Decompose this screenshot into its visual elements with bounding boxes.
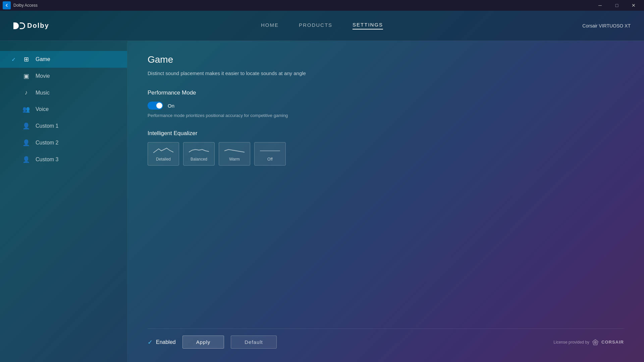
corsair-license: License provided by CORSAIR [553, 339, 624, 346]
corsair-label: CORSAIR [601, 340, 624, 345]
eq-card-detailed[interactable]: Detailed [148, 142, 179, 166]
maximize-button[interactable]: □ [609, 0, 625, 11]
titlebar: Dolby Access ─ □ ✕ [0, 0, 644, 11]
nav-home[interactable]: HOME [261, 22, 279, 29]
back-button[interactable] [3, 1, 11, 9]
dolby-d1 [13, 22, 19, 29]
sidebar-label-custom3: Custom 3 [36, 157, 58, 163]
footer: ✓ Enabled Apply Default License provided… [148, 328, 624, 349]
enabled-status: ✓ Enabled [148, 339, 176, 346]
close-button[interactable]: ✕ [626, 0, 641, 11]
toggle-row: On [148, 102, 624, 110]
sidebar-item-custom2[interactable]: 👤 Custom 2 [0, 134, 127, 151]
sidebar-label-custom2: Custom 2 [36, 140, 58, 146]
eq-card-balanced[interactable]: Balanced [183, 142, 215, 166]
sidebar-label-movie: Movie [36, 73, 50, 79]
sidebar-item-voice[interactable]: 👥 Voice [0, 101, 127, 118]
sidebar-label-music: Music [36, 90, 50, 96]
detailed-eq-icon [153, 146, 173, 154]
sidebar-label-game: Game [36, 56, 50, 62]
sidebar: ✓ ⊞ Game ▣ Movie ♪ Music 👥 Voice 👤 Custo… [0, 41, 127, 362]
dolby-dd-icon [13, 22, 25, 29]
off-eq-icon [260, 146, 280, 154]
performance-mode-toggle[interactable] [148, 102, 163, 110]
custom3-icon: 👤 [21, 156, 31, 163]
topnav: Dolby HOME PRODUCTS SETTINGS Corsair VIR… [0, 11, 644, 41]
main-layout: ✓ ⊞ Game ▣ Movie ♪ Music 👥 Voice 👤 Custo… [0, 41, 644, 362]
dolby-d2 [20, 22, 25, 29]
sidebar-item-music[interactable]: ♪ Music [0, 84, 127, 101]
balanced-eq-icon [189, 146, 209, 154]
sidebar-label-custom1: Custom 1 [36, 123, 58, 129]
enabled-label: Enabled [156, 339, 176, 345]
eq-label-warm: Warm [229, 157, 240, 162]
sidebar-item-custom3[interactable]: 👤 Custom 3 [0, 151, 127, 168]
performance-mode-title: Performance Mode [148, 89, 624, 96]
performance-mode-section: Performance Mode On Performance mode pri… [148, 89, 624, 130]
eq-card-warm[interactable]: Warm [219, 142, 250, 166]
equalizer-section: Intelligent Equalizer Detailed Balanced [148, 130, 624, 166]
nav-settings[interactable]: SETTINGS [353, 22, 383, 29]
titlebar-title: Dolby Access [13, 3, 38, 8]
voice-icon: 👥 [21, 106, 31, 113]
nav-products[interactable]: PRODUCTS [299, 22, 332, 29]
corsair-logo-icon [592, 339, 599, 346]
sidebar-item-custom1[interactable]: 👤 Custom 1 [0, 118, 127, 134]
eq-label-balanced: Balanced [191, 157, 207, 162]
svg-marker-2 [594, 341, 597, 344]
dolby-logo: Dolby [13, 22, 49, 29]
sidebar-item-game[interactable]: ✓ ⊞ Game [0, 51, 127, 68]
toggle-state-label: On [168, 103, 174, 109]
equalizer-cards: Detailed Balanced Warm [148, 142, 624, 166]
game-icon: ⊞ [21, 56, 31, 63]
music-icon: ♪ [21, 89, 31, 96]
sidebar-label-voice: Voice [36, 106, 49, 112]
warm-eq-icon [224, 146, 245, 154]
dolby-text: Dolby [27, 22, 49, 29]
sidebar-item-movie[interactable]: ▣ Movie [0, 68, 127, 84]
device-name: Corsair VIRTUOSO XT [582, 23, 631, 28]
custom2-icon: 👤 [21, 139, 31, 146]
equalizer-title: Intelligent Equalizer [148, 130, 624, 137]
page-description: Distinct sound placement makes it easier… [148, 70, 624, 76]
movie-icon: ▣ [21, 72, 31, 80]
eq-label-off: Off [267, 157, 273, 162]
checkmark-icon: ✓ [10, 56, 17, 63]
content-area: Game Distinct sound placement makes it e… [127, 41, 644, 362]
titlebar-controls: ─ □ ✕ [592, 0, 641, 11]
custom1-icon: 👤 [21, 122, 31, 130]
page-title: Game [148, 54, 624, 65]
minimize-button[interactable]: ─ [592, 0, 608, 11]
default-button[interactable]: Default [231, 336, 277, 349]
eq-label-detailed: Detailed [156, 157, 171, 162]
apply-button[interactable]: Apply [182, 336, 224, 349]
nav-links: HOME PRODUCTS SETTINGS [261, 22, 383, 29]
enabled-checkmark-icon: ✓ [148, 339, 153, 346]
titlebar-left: Dolby Access [3, 1, 38, 9]
eq-card-off[interactable]: Off [254, 142, 286, 166]
license-text: License provided by [553, 340, 589, 345]
performance-mode-description: Performance mode prioritizes positional … [148, 113, 624, 118]
